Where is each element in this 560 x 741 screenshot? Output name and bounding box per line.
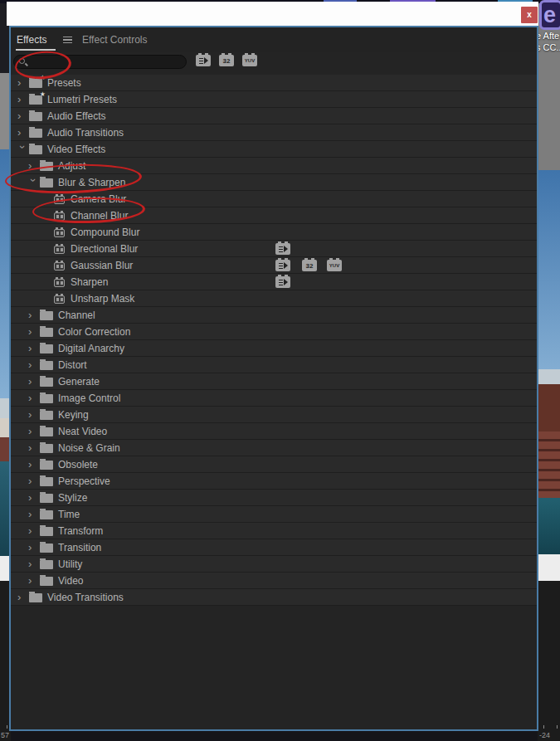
effect-row[interactable]: Sharpen bbox=[11, 274, 537, 290]
tree-item-label: Transition bbox=[58, 542, 101, 553]
accelerated-effects-filter-icon[interactable] bbox=[196, 55, 211, 66]
chevron-right-icon[interactable]: › bbox=[28, 374, 40, 389]
tree-item-label: Presets bbox=[47, 77, 81, 89]
tree-item-label: Camera Blur bbox=[71, 193, 126, 205]
effect-row[interactable]: Channel Blur bbox=[11, 207, 537, 224]
chevron-right-icon[interactable]: › bbox=[17, 125, 29, 140]
folder-row[interactable]: ›Blur & Sharpen bbox=[11, 174, 537, 191]
folder-row[interactable]: ›Audio Transitions bbox=[11, 124, 537, 141]
tab-effect-controls[interactable]: Effect Controls bbox=[82, 34, 147, 46]
close-button[interactable]: x bbox=[521, 7, 538, 23]
chevron-right-icon[interactable]: › bbox=[28, 158, 40, 173]
effect-row[interactable]: Directional Blur bbox=[11, 241, 537, 257]
tree-item-label: Video Transitions bbox=[47, 592, 124, 603]
folder-icon bbox=[40, 577, 53, 586]
chevron-right-icon[interactable]: › bbox=[17, 590, 29, 605]
tree-item-label: Compound Blur bbox=[71, 227, 139, 238]
tree-item-label: Utility bbox=[58, 558, 82, 570]
effect-row[interactable]: Camera Blur bbox=[11, 191, 537, 207]
chevron-right-icon[interactable]: › bbox=[28, 474, 40, 489]
effect-row[interactable]: Gaussian Blur32YUV bbox=[11, 257, 537, 274]
chevron-right-icon[interactable]: › bbox=[28, 391, 40, 406]
folder-row[interactable]: ›Image Control bbox=[11, 390, 537, 407]
folder-row[interactable]: ›Generate bbox=[11, 373, 537, 390]
folder-row[interactable]: ›Adjust bbox=[11, 158, 537, 174]
meter-tick bbox=[7, 725, 7, 729]
folder-row[interactable]: ›Audio Effects bbox=[11, 108, 537, 124]
folder-row[interactable]: ›Color Correction bbox=[11, 324, 537, 340]
chevron-right-icon[interactable]: › bbox=[17, 92, 29, 107]
folder-row[interactable]: ›Distort bbox=[11, 357, 537, 373]
effect-icon bbox=[54, 279, 65, 287]
folder-row[interactable]: ›Digital Anarchy bbox=[11, 340, 537, 357]
effect-row[interactable]: Compound Blur bbox=[11, 224, 537, 241]
after-effects-app-icon[interactable]: e bbox=[539, 0, 560, 30]
panel-tab-bar: Effects Effect Controls bbox=[11, 27, 537, 52]
chevron-right-icon[interactable]: › bbox=[28, 557, 40, 572]
tree-item-label: Neat Video bbox=[58, 426, 107, 437]
folder-row[interactable]: ›Obsolete bbox=[11, 456, 537, 473]
chevron-right-icon[interactable]: › bbox=[28, 358, 40, 373]
accelerated-effect-icon bbox=[275, 276, 290, 288]
chevron-right-icon[interactable]: › bbox=[28, 507, 40, 522]
folder-icon bbox=[40, 477, 53, 486]
folder-row[interactable]: ›Stylize bbox=[11, 490, 537, 506]
tree-item-label: Generate bbox=[58, 376, 100, 388]
chevron-right-icon[interactable]: › bbox=[28, 407, 40, 422]
chevron-right-icon[interactable]: › bbox=[28, 573, 40, 588]
tree-item-label: Image Control bbox=[58, 392, 120, 404]
after-effects-icon-label-line2: s CC.. bbox=[536, 42, 560, 52]
chevron-right-icon[interactable]: › bbox=[28, 490, 40, 505]
folder-row[interactable]: ›Video bbox=[11, 573, 537, 589]
chevron-right-icon[interactable]: › bbox=[28, 424, 40, 439]
audio-meter-scale-left: 57 bbox=[1, 731, 9, 739]
tree-item-label: Gaussian Blur bbox=[71, 260, 133, 271]
folder-row[interactable]: ›Channel bbox=[11, 307, 537, 324]
chevron-down-icon[interactable]: › bbox=[15, 145, 30, 157]
accelerated-effect-icon bbox=[275, 260, 290, 271]
yuv-effects-filter-icon[interactable]: YUV bbox=[242, 55, 257, 66]
folder-icon bbox=[29, 129, 42, 138]
folder-row[interactable]: ›Presets bbox=[11, 75, 537, 91]
floating-window-titlebar[interactable]: x bbox=[7, 2, 538, 26]
folder-row[interactable]: ›Noise & Grain bbox=[11, 440, 537, 456]
chevron-right-icon[interactable]: › bbox=[28, 540, 40, 555]
chevron-down-icon[interactable]: › bbox=[26, 178, 41, 190]
tree-item-label: Unsharp Mask bbox=[71, 293, 134, 305]
folder-icon bbox=[40, 378, 53, 387]
32bit-color-filter-icon[interactable]: 32 bbox=[219, 55, 234, 66]
tree-item-label: Video bbox=[58, 575, 83, 587]
chevron-right-icon[interactable]: › bbox=[28, 524, 40, 539]
tree-item-label: Directional Blur bbox=[71, 243, 138, 255]
chevron-right-icon[interactable]: › bbox=[28, 341, 40, 356]
folder-icon bbox=[40, 394, 53, 403]
chevron-right-icon[interactable]: › bbox=[17, 109, 29, 124]
folder-row[interactable]: ›Video Transitions bbox=[11, 589, 537, 606]
tree-item-label: Perspective bbox=[58, 475, 110, 487]
folder-row[interactable]: ›Video Effects bbox=[11, 141, 537, 158]
folder-row[interactable]: ›Neat Video bbox=[11, 423, 537, 440]
folder-row[interactable]: ›Transform bbox=[11, 523, 537, 539]
effects-search-box[interactable] bbox=[13, 55, 187, 69]
folder-row[interactable]: ›Time bbox=[11, 506, 537, 523]
tree-item-label: Lumetri Presets bbox=[47, 94, 117, 105]
effect-row[interactable]: Unsharp Mask bbox=[11, 290, 537, 307]
tab-effects[interactable]: Effects bbox=[17, 34, 46, 46]
folder-row[interactable]: ›Lumetri Presets bbox=[11, 91, 537, 108]
chevron-right-icon[interactable]: › bbox=[28, 441, 40, 456]
chevron-right-icon[interactable]: › bbox=[28, 308, 40, 323]
folder-row[interactable]: ›Keying bbox=[11, 407, 537, 423]
folder-icon bbox=[40, 544, 53, 553]
chevron-right-icon[interactable]: › bbox=[28, 457, 40, 472]
folder-row[interactable]: ›Perspective bbox=[11, 473, 537, 490]
folder-row[interactable]: ›Utility bbox=[11, 556, 537, 573]
accelerated-effect-icon bbox=[275, 243, 290, 255]
chevron-right-icon[interactable]: › bbox=[17, 76, 29, 90]
panel-menu-icon[interactable] bbox=[63, 37, 72, 43]
folder-row[interactable]: ›Transition bbox=[11, 539, 537, 556]
folder-icon bbox=[40, 560, 53, 569]
folder-icon bbox=[29, 112, 42, 121]
search-input[interactable] bbox=[32, 56, 182, 67]
chevron-right-icon[interactable]: › bbox=[28, 324, 40, 339]
folder-icon bbox=[40, 344, 53, 353]
